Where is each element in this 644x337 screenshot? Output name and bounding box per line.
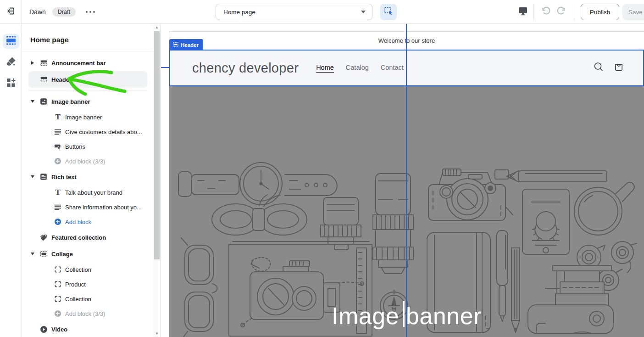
- panel-title: Home page: [22, 24, 160, 51]
- sections-icon: [5, 34, 17, 48]
- section-row-rich-text[interactable]: Rich text: [28, 168, 147, 185]
- nav-link-home[interactable]: Home: [316, 64, 334, 73]
- section-icon: [39, 75, 49, 84]
- publish-button[interactable]: Publish: [581, 4, 619, 20]
- block-row-heading[interactable]: T Talk about your brand: [28, 185, 147, 200]
- undo-button[interactable]: [538, 4, 554, 20]
- chevron-right-icon[interactable]: [29, 61, 36, 65]
- section-position-indicator: [161, 67, 169, 68]
- header-section-badge[interactable]: Header: [169, 39, 203, 51]
- panel-scrollbar[interactable]: ▲ ▼: [154, 24, 160, 337]
- page-selector-value: Home page: [223, 9, 255, 16]
- more-options-button[interactable]: [86, 11, 95, 13]
- paragraph-icon: [54, 203, 61, 211]
- redo-button[interactable]: [553, 4, 570, 20]
- frame-brackets-icon: [54, 295, 61, 303]
- section-badge-icon: [173, 42, 178, 48]
- section-row-announcement-bar[interactable]: Announcement bar: [28, 55, 147, 71]
- block-row-text[interactable]: Give customers details abo...: [28, 124, 147, 139]
- collage-icon: [39, 250, 49, 258]
- add-circle-icon: [54, 218, 61, 226]
- richtext-icon: [39, 173, 49, 181]
- theme-settings-icon: [6, 56, 17, 69]
- paragraph-icon: [54, 128, 61, 136]
- topbar: Dawn Draft Home page: [0, 0, 644, 24]
- app-embeds-icon: [6, 77, 17, 90]
- add-circle-icon: [54, 157, 61, 165]
- exit-button[interactable]: [0, 0, 22, 24]
- rail-theme-settings-button[interactable]: [3, 55, 19, 70]
- panel-divider: [28, 90, 147, 90]
- chevron-down-icon[interactable]: [29, 100, 36, 103]
- chevron-down-icon[interactable]: [29, 253, 36, 255]
- desktop-preview-icon: [517, 6, 528, 18]
- block-row-text[interactable]: Share information about yo...: [28, 200, 147, 214]
- cart-icon[interactable]: [613, 61, 625, 75]
- text-icon: T: [54, 113, 61, 121]
- button-icon: [54, 142, 61, 151]
- sections-panel: Home page Announcement bar Header Image …: [22, 24, 161, 337]
- frame-brackets-icon: [54, 280, 61, 288]
- theme-editor: Dawn Draft Home page: [0, 0, 644, 337]
- block-row-collection[interactable]: Collection: [28, 292, 147, 306]
- redo-icon: [556, 6, 567, 18]
- nav-link-catalog[interactable]: Catalog: [346, 64, 369, 73]
- save-button[interactable]: Save: [622, 4, 644, 20]
- add-block-row[interactable]: Add block: [28, 214, 147, 229]
- section-row-video[interactable]: Video: [28, 321, 147, 337]
- theme-name: Dawn: [29, 8, 46, 16]
- block-row-buttons[interactable]: Buttons: [28, 139, 147, 154]
- exit-icon: [6, 6, 16, 17]
- section-row-collage[interactable]: Collage: [28, 246, 147, 262]
- block-row-heading[interactable]: T Image banner: [28, 110, 147, 124]
- nav-link-contact[interactable]: Contact: [381, 64, 404, 73]
- side-rail: [0, 24, 22, 337]
- block-row-collection[interactable]: Collection: [28, 262, 147, 277]
- device-preview-button[interactable]: [515, 4, 531, 20]
- chevron-down-icon[interactable]: [29, 175, 36, 178]
- section-row-image-banner[interactable]: Image banner: [28, 93, 147, 110]
- header-nav: Home Catalog Contact: [316, 64, 404, 73]
- inspector-icon: [383, 6, 394, 18]
- search-icon[interactable]: [593, 61, 605, 75]
- page-selector-dropdown[interactable]: Home page: [216, 4, 372, 20]
- scrollbar-up-arrow[interactable]: ▲: [154, 24, 160, 31]
- video-icon: [39, 325, 49, 333]
- collection-tag-icon: [39, 233, 49, 242]
- scrollbar-down-arrow[interactable]: ▼: [154, 330, 160, 337]
- section-row-featured-collection[interactable]: Featured collection: [28, 229, 147, 246]
- inspector-button[interactable]: [380, 4, 397, 20]
- add-circle-icon: [54, 309, 61, 318]
- section-row-header[interactable]: Header: [28, 71, 147, 88]
- rail-sections-button[interactable]: [3, 34, 19, 49]
- frame-brackets-icon: [54, 265, 61, 274]
- block-row-product[interactable]: Product: [28, 277, 147, 292]
- section-icon: [39, 59, 49, 67]
- status-badge: Draft: [52, 7, 76, 17]
- store-logo-text[interactable]: chency developer: [192, 61, 299, 76]
- rail-app-embeds-button[interactable]: [3, 76, 19, 91]
- add-block-row-disabled: Add block (3/3): [28, 306, 147, 321]
- toolbar-divider: [533, 4, 534, 20]
- image-icon: [39, 97, 49, 106]
- chevron-down-icon: [361, 11, 366, 13]
- center-guide-line: [406, 24, 407, 337]
- undo-icon: [540, 6, 551, 18]
- add-block-row-disabled: Add block (3/3): [28, 154, 147, 168]
- text-cursor: [403, 301, 405, 327]
- toolbar-divider: [574, 4, 574, 20]
- text-icon: T: [54, 188, 61, 197]
- scrollbar-thumb[interactable]: [154, 31, 160, 259]
- preview-area: Welcome to our store Header chency devel…: [161, 24, 644, 337]
